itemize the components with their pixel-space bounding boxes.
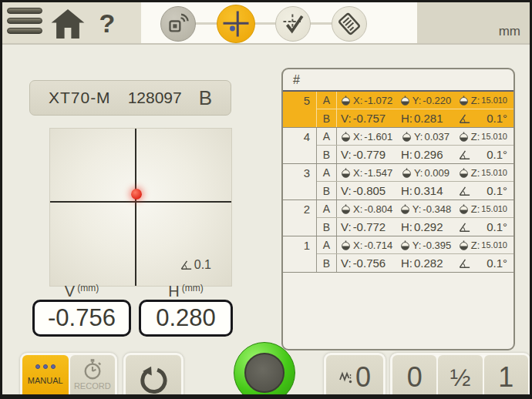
table-row[interactable]: 4 A X:-1.601 Y:0.037 Z:15.010 B V:-0.779… [283, 128, 513, 164]
zero-filter-group: 0 [324, 353, 386, 399]
report-icon [338, 12, 361, 35]
step-values-button[interactable] [275, 6, 311, 42]
angle-value: 0.1° [487, 220, 507, 233]
h-value-display: 0.280 [139, 300, 233, 337]
y-value: 0.009 [424, 167, 450, 179]
menu-button[interactable] [7, 8, 44, 39]
table-row[interactable]: 3 A X:-1.547 Y:0.009 Z:15.010 B V:-0.805… [283, 164, 513, 200]
table-row[interactable]: 1 A X:-0.714 Y:-0.395 Z:15.010 B V:-0.75… [283, 236, 513, 273]
position-icon [400, 96, 410, 106]
units-panel: mm [417, 2, 530, 43]
table-row[interactable]: 5 A X:-1.072 Y:-0.220 Z:15.010 B V:-0.75… [283, 92, 513, 128]
position-1-button[interactable]: 1 [484, 355, 528, 399]
zero-filter-value: 0 [355, 364, 371, 391]
crosshair-horizontal-line [50, 201, 231, 203]
x-value: -1.601 [364, 131, 392, 142]
record-mode-button[interactable]: RECORD [70, 355, 116, 399]
row-number: 2 [283, 200, 317, 236]
device-model: XT70-M [49, 89, 111, 107]
device-label: XT70-M 128097 B [29, 80, 231, 116]
angle-icon [458, 149, 471, 160]
angle-icon [180, 260, 193, 270]
remeasure-button[interactable] [126, 355, 181, 399]
angle-value: 0.1° [487, 112, 507, 125]
position-icon [459, 204, 469, 214]
z-value: 15.010 [481, 168, 507, 177]
menu-icon [7, 8, 42, 14]
position-icon [341, 168, 351, 178]
y-value: 0.037 [424, 131, 450, 142]
live-target-icon [222, 10, 250, 38]
device-unit-id: B [199, 86, 212, 110]
h-value: 0.314 [414, 184, 443, 197]
position-icon [341, 132, 351, 142]
h-value: 0.281 [414, 112, 443, 125]
z-value: 15.010 [481, 240, 507, 250]
v-readout-label: V(mm) [32, 283, 131, 298]
h-value: 0.296 [414, 148, 443, 161]
manual-mode-button[interactable]: MANUAL [22, 355, 69, 399]
table-row[interactable]: 2 A X:-0.804 Y:-0.348 Z:15.010 B V:-0.77… [283, 200, 513, 236]
angle-value: 0.1° [487, 184, 507, 197]
units-label: mm [499, 24, 520, 39]
position-half-button[interactable]: ½ [438, 355, 482, 399]
h-value: 0.292 [414, 220, 443, 233]
position-icon [341, 204, 351, 214]
measure-go-button[interactable] [234, 342, 295, 399]
home-button[interactable] [50, 8, 86, 40]
top-bar: mm ? [2, 2, 530, 45]
angle-icon [458, 186, 471, 196]
position-icon [459, 132, 469, 142]
position-icon [459, 168, 469, 178]
position-icon [400, 240, 410, 250]
sub-row-a-label: A [317, 92, 337, 109]
v-value: -0.757 [353, 112, 386, 125]
position-keypad: 0 ½ 1 [390, 353, 530, 399]
z-value: 15.010 [481, 96, 507, 105]
angle-value: 0.1° [487, 148, 507, 161]
sub-row-a-label: A [317, 200, 337, 217]
z-value: 15.010 [481, 132, 507, 141]
step-live-target-button[interactable] [217, 5, 255, 43]
sub-row-b-label: B [317, 182, 337, 200]
home-icon [50, 8, 86, 40]
y-value: -0.348 [423, 203, 451, 215]
sub-row-a-label: A [317, 236, 337, 253]
refresh-icon [139, 366, 168, 395]
sub-row-b-label: B [317, 146, 337, 163]
help-button[interactable]: ? [95, 5, 120, 41]
bezel-top [0, 0, 532, 2]
position-icon [402, 168, 412, 178]
row-number: 4 [283, 128, 317, 163]
manual-dots-icon [35, 364, 56, 369]
step-report-button[interactable] [332, 6, 367, 42]
sub-row-b-label: B [317, 109, 337, 127]
step-measuring-unit-button[interactable] [160, 6, 196, 42]
zero-filter-button[interactable]: 0 [326, 355, 383, 399]
v-value: -0.772 [353, 220, 386, 233]
position-icon [459, 240, 469, 250]
values-check-icon [281, 12, 305, 35]
refresh-button-group [123, 353, 184, 399]
row-number: 5 [283, 92, 317, 127]
x-value: -0.804 [364, 203, 392, 215]
position-0-button[interactable]: 0 [392, 355, 436, 399]
x-value: -1.547 [364, 167, 392, 179]
position-icon [402, 132, 412, 142]
device-serial: 128097 [128, 89, 182, 107]
measure-go-button-center [244, 353, 285, 393]
y-value: -0.395 [423, 240, 451, 251]
instrument-screen: mm ? [0, 0, 532, 399]
z-value: 15.010 [481, 204, 507, 213]
h-readout-label: H(mm) [139, 283, 233, 298]
sub-row-b-label: B [317, 218, 337, 236]
target-angle-value: 0.1 [194, 258, 211, 272]
signal-filter-icon [338, 370, 354, 384]
position-icon [459, 96, 469, 106]
manual-label: MANUAL [28, 376, 63, 385]
v-value: -0.779 [353, 148, 386, 161]
v-value: -0.805 [353, 184, 386, 197]
laser-dot [131, 189, 142, 200]
bezel-bottom [0, 394, 532, 399]
row-number: 3 [283, 164, 317, 200]
